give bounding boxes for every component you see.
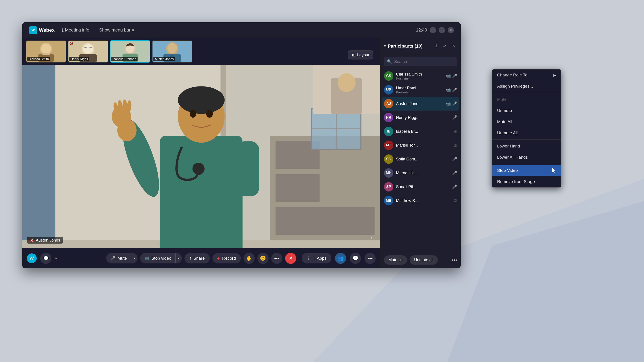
unmute-all-ctx-label: Unmute All	[497, 130, 518, 135]
participant-name-clarissa: Clarissa Smith	[396, 72, 443, 77]
unmute-label: Unmute	[497, 108, 512, 113]
chevron-down-icon: ▾	[132, 27, 134, 33]
menu-divider-3	[492, 164, 561, 164]
stop-video-label: Stop video	[152, 256, 172, 261]
speaker-name: Austen Jones	[36, 238, 60, 243]
svg-point-37	[190, 110, 196, 117]
menu-item-unmute[interactable]: Unmute	[492, 105, 561, 116]
stop-video-button[interactable]: 📹 Stop video	[140, 253, 176, 264]
participant-icons-sofia: 🎤	[452, 157, 457, 162]
svg-rect-47	[237, 141, 259, 196]
participant-item-clarissa[interactable]: CS Clarissa Smith Host, me 📹 🎤	[382, 69, 459, 83]
participant-name-umar: Umar Patel	[396, 86, 443, 90]
participant-item-isabella[interactable]: IB Isabella Br... 🖥	[382, 124, 459, 138]
participant-item-matthew[interactable]: MB Matthew B... 🖥	[382, 194, 459, 208]
footer-more-button[interactable]: •••	[452, 257, 457, 263]
mute-label: Mute	[497, 97, 506, 102]
participant-info-sonali: Sonali Pit...	[396, 185, 450, 189]
menu-item-unmute-all[interactable]: Unmute All	[492, 127, 561, 139]
menu-item-remove-from-stage[interactable]: Remove from Stage	[492, 176, 561, 187]
menu-item-stop-video[interactable]: Stop Video	[492, 165, 561, 176]
participant-avatar-austen: AJ	[384, 99, 393, 108]
reactions-button[interactable]: 😊	[258, 253, 268, 264]
unmute-all-button[interactable]: Unmute all	[410, 255, 438, 265]
participant-item-marise[interactable]: MT Marise Tor... 🖥	[382, 138, 459, 152]
svg-rect-27	[276, 174, 320, 202]
lower-all-hands-label: Lower All Hands	[497, 155, 528, 160]
mute-dropdown[interactable]: ▾	[131, 253, 138, 263]
thumbnail-isabelle[interactable]: Isabelle Brennan	[110, 40, 150, 62]
record-button[interactable]: Record	[212, 253, 241, 264]
participant-item-sofia[interactable]: SG Sofia Gom... 🎤	[382, 152, 459, 166]
participant-item-austen[interactable]: AJ Austen Jone... 📹 🎤	[382, 97, 459, 111]
layout-button[interactable]: ⊞ Layout	[348, 50, 373, 59]
share-button[interactable]: ↑ Share	[184, 253, 210, 264]
menu-divider-1	[492, 93, 561, 93]
screen-icon-isabella: 🖥	[453, 129, 457, 134]
maximize-button[interactable]: □	[439, 27, 445, 33]
panel-chevron-icon[interactable]: ▾	[384, 43, 386, 48]
thumbnail-mute-henry: 🔇	[69, 41, 73, 45]
minimize-button[interactable]: −	[430, 27, 436, 33]
thumbnail-austen[interactable]: Austen Jones	[152, 40, 192, 62]
screen-icon-matthew: 🖥	[453, 198, 457, 203]
mute-button[interactable]: 🎤 Mute	[106, 253, 131, 264]
menu-item-change-role[interactable]: Change Role To ▶	[492, 69, 561, 81]
participant-avatar-umar: UP	[384, 85, 393, 94]
search-box: 🔍	[384, 57, 457, 66]
search-icon: 🔍	[387, 59, 392, 64]
svg-rect-28	[276, 207, 374, 235]
chat-chevron[interactable]: ▾	[55, 256, 57, 261]
svg-marker-1	[447, 201, 644, 362]
sort-button[interactable]: ⇅	[432, 42, 439, 50]
thumbnail-label-clarissa: Clarissa Smith	[27, 57, 50, 61]
menu-item-assign-privileges[interactable]: Assign Privileges...	[492, 81, 561, 92]
record-label: Record	[222, 256, 236, 261]
participant-info-sofia: Sofia Gom...	[396, 157, 450, 162]
screen-icon-marise: 🖥	[453, 143, 457, 148]
thumbnail-clarissa[interactable]: Clarissa Smith	[26, 40, 66, 62]
more-right-button[interactable]: •••	[364, 253, 376, 264]
search-input[interactable]	[394, 59, 454, 64]
participant-avatar-henry: HR	[384, 113, 393, 122]
participant-item-sonali[interactable]: SP Sonali Pit... 🎤	[382, 180, 459, 194]
mute-label: Mute	[118, 256, 127, 261]
raise-hand-button[interactable]: ✋	[244, 253, 255, 264]
participant-name-austen: Austen Jone...	[396, 101, 443, 106]
participant-icons-marise: 🖥	[453, 143, 457, 148]
participant-item-umar[interactable]: UP Umar Patel Presenter 📹 🎤	[382, 83, 459, 97]
participant-avatar-clarissa: CS	[384, 71, 393, 81]
time-display: 12:40	[416, 27, 427, 33]
panel-popout-button[interactable]: ⤢	[441, 42, 448, 50]
participant-info-henry: Henry Rigg...	[396, 115, 450, 120]
participants-button[interactable]: 👥	[335, 253, 346, 264]
menu-item-lower-all-hands[interactable]: Lower All Hands	[492, 152, 561, 163]
app-window: W Webex ℹ Meeting info Show menu bar ▾ 1…	[22, 22, 461, 268]
webex-app-name: Webex	[39, 27, 55, 33]
mute-control[interactable]: 🎤 Mute ▾	[106, 253, 137, 264]
panel-header: ▾ Participants (10) ⇅ ⤢ ✕	[380, 38, 461, 54]
chat-button[interactable]: 💬	[40, 253, 52, 264]
end-call-button[interactable]: ✕	[285, 253, 296, 264]
stop-video-control[interactable]: 📹 Stop video ▾	[140, 253, 182, 264]
title-bar-left: W Webex ℹ Meeting info Show menu bar ▾	[29, 26, 416, 34]
panel-close-button[interactable]: ✕	[450, 42, 457, 50]
close-button[interactable]: ×	[448, 27, 454, 33]
meeting-info-button[interactable]: ℹ Meeting info	[59, 26, 92, 34]
participant-item-murad[interactable]: MH Murad Hic... 🎤	[382, 166, 459, 180]
mute-all-button[interactable]: Mute all	[384, 255, 407, 265]
webex-home-button[interactable]: W	[27, 253, 37, 263]
mic-icon-umar: 🎤	[452, 87, 457, 92]
mic-icon-austen: 🎤	[452, 101, 457, 106]
menu-item-lower-hand[interactable]: Lower Hand	[492, 141, 561, 152]
video-dropdown[interactable]: ▾	[175, 253, 182, 263]
more-options-button[interactable]: •••	[271, 253, 282, 264]
thumbnail-henry[interactable]: 🔇 Henry Riggs	[68, 40, 108, 62]
messages-button[interactable]: 💬	[350, 253, 361, 264]
participant-item-henry[interactable]: HR Henry Rigg... 🎤	[382, 111, 459, 124]
video-icon-umar: 📹	[446, 87, 451, 92]
menu-item-mute-all[interactable]: Mute All	[492, 116, 561, 127]
apps-button[interactable]: ⋮⋮ Apps	[302, 253, 332, 264]
show-menu-bar-button[interactable]: Show menu bar ▾	[96, 26, 137, 34]
participant-name-matthew: Matthew B...	[396, 198, 450, 203]
